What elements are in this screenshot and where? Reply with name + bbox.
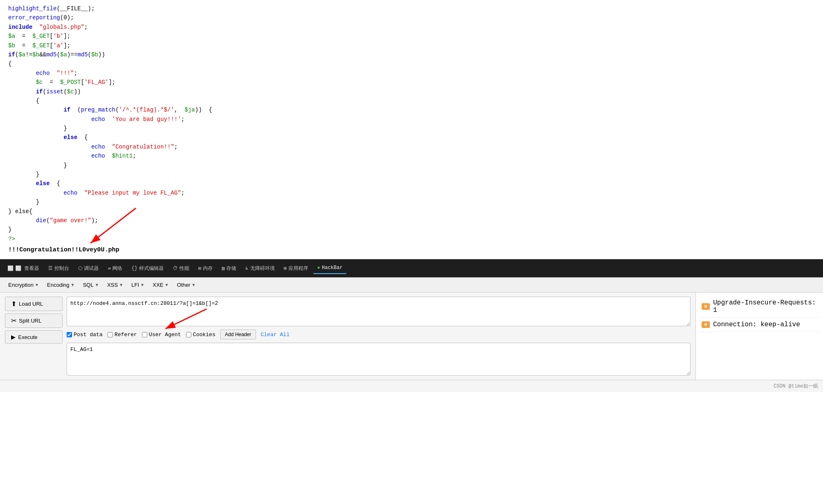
xxe-arrow-icon: ▼ bbox=[165, 283, 169, 287]
devtools-tab-hackbar[interactable]: ● HackBar bbox=[313, 262, 347, 274]
code-line: { bbox=[8, 59, 815, 68]
code-line: die("game over!"); bbox=[8, 216, 815, 225]
header-value: Upgrade-Insecure-Requests: 1 bbox=[713, 299, 817, 314]
load-url-button[interactable]: ⬆ Load URL bbox=[5, 297, 63, 311]
encoding-dropdown[interactable]: Encoding ▼ bbox=[44, 280, 78, 290]
devtools-tab-console[interactable]: ☰ 控制台 bbox=[44, 262, 73, 274]
devtools-tab-debugger[interactable]: ⬡ 调试器 bbox=[74, 262, 103, 274]
code-line: echo "!!!"; bbox=[8, 69, 815, 78]
perf-icon: ⏱ bbox=[173, 265, 178, 272]
sql-dropdown[interactable]: SQL ▼ bbox=[79, 280, 102, 290]
url-input[interactable]: http://node4.anna.nssctf.cn:28011/?a[]=1… bbox=[67, 297, 690, 326]
devtools-tab-inspector[interactable]: ⬜ ⬜ 查看器 bbox=[3, 262, 43, 274]
clear-all-link[interactable]: Clear All bbox=[261, 332, 290, 338]
code-line: if($a!=$b&&md5($a)==md5($b)) bbox=[8, 50, 815, 59]
post-data-label[interactable]: Post data bbox=[67, 332, 102, 338]
encryption-dropdown[interactable]: Encryption ▼ bbox=[5, 280, 42, 290]
sql-label: SQL bbox=[83, 282, 93, 288]
lfi-dropdown[interactable]: LFI ▼ bbox=[128, 280, 148, 290]
code-line: include "globals.php"; bbox=[8, 23, 815, 32]
code-line: } bbox=[8, 170, 815, 179]
other-label: Other bbox=[177, 282, 191, 288]
encryption-label: Encryption bbox=[8, 282, 33, 288]
cookies-checkbox[interactable] bbox=[186, 332, 191, 337]
hackbar-url-area: http://node4.anna.nssctf.cn:28011/?a[]=1… bbox=[67, 297, 690, 376]
output-text: !!!Congratulation!!L0vey0U.php bbox=[8, 245, 815, 255]
hackbar-content: ⬆ Load URL ✂ Split URL ▶ Execute http://… bbox=[0, 293, 823, 380]
bottom-bar: CSDN @time如一眠 bbox=[0, 380, 823, 392]
devtools-bar: ⬜ ⬜ 查看器 ☰ 控制台 ⬡ 调试器 ⇌ 网络 {} 样式编辑器 ⏱ 性能 ⊞… bbox=[0, 259, 823, 277]
code-line: } bbox=[8, 225, 815, 234]
code-line: else { bbox=[8, 179, 815, 188]
watermark: CSDN @time如一眠 bbox=[774, 383, 818, 390]
code-line: } bbox=[8, 124, 815, 133]
code-line: $c = $_POST['FL_AG']; bbox=[8, 78, 815, 87]
user-agent-label[interactable]: User Agent bbox=[142, 332, 181, 338]
lfi-arrow-icon: ▼ bbox=[140, 283, 144, 287]
lfi-label: LFI bbox=[131, 282, 139, 288]
hackbar-right-panel: H Upgrade-Insecure-Requests: 1 H Connect… bbox=[695, 293, 823, 380]
debugger-icon: ⬡ bbox=[78, 265, 82, 272]
referer-label[interactable]: Referer bbox=[107, 332, 137, 338]
h-badge: H bbox=[702, 303, 710, 310]
add-header-button[interactable]: Add Header bbox=[220, 330, 256, 339]
encoding-arrow-icon: ▼ bbox=[71, 283, 75, 287]
code-line: else { bbox=[8, 133, 815, 142]
sql-arrow-icon: ▼ bbox=[95, 283, 99, 287]
header-value: Connection: keep-alive bbox=[713, 321, 800, 328]
post-data-input[interactable]: FL_AG=1 bbox=[67, 343, 690, 376]
accessibility-icon: ♿ bbox=[245, 265, 248, 272]
inspector-icon: ⬜ bbox=[7, 265, 14, 272]
code-line: echo "Please input my love FL_AG"; bbox=[8, 188, 815, 197]
code-line: } else{ bbox=[8, 207, 815, 216]
xss-dropdown[interactable]: XSS ▼ bbox=[104, 280, 126, 290]
code-line: } bbox=[8, 197, 815, 207]
devtools-tab-application[interactable]: ⊞ 应用程序 bbox=[280, 262, 312, 274]
header-item: H Connection: keep-alive bbox=[699, 318, 820, 332]
code-line: } bbox=[8, 161, 815, 170]
code-line: highlight_file(__FILE__); bbox=[8, 4, 815, 13]
load-url-icon: ⬆ bbox=[11, 300, 16, 308]
devtools-tab-memory[interactable]: ⊞ 内存 bbox=[194, 262, 217, 274]
other-dropdown[interactable]: Other ▼ bbox=[174, 280, 199, 290]
devtools-tab-style-editor[interactable]: {} 样式编辑器 bbox=[127, 262, 167, 274]
xxe-label: XXE bbox=[153, 282, 163, 288]
devtools-tab-network[interactable]: ⇌ 网络 bbox=[104, 262, 126, 274]
xss-label: XSS bbox=[107, 282, 118, 288]
code-line: echo "Congratulation!!"; bbox=[8, 142, 815, 151]
devtools-tab-accessibility[interactable]: ♿ 无障碍环境 bbox=[241, 262, 279, 274]
post-options-row: Post data Referer User Agent Cookies bbox=[67, 330, 690, 339]
user-agent-checkbox[interactable] bbox=[142, 332, 147, 337]
code-line: echo 'You are bad guy!!!'; bbox=[8, 115, 815, 124]
hackbar-toolbar: Encryption ▼ Encoding ▼ SQL ▼ XSS ▼ LFI … bbox=[0, 278, 823, 293]
referer-checkbox[interactable] bbox=[107, 332, 113, 337]
header-item: H Upgrade-Insecure-Requests: 1 bbox=[699, 296, 820, 318]
hackbar-sidebar: ⬆ Load URL ✂ Split URL ▶ Execute bbox=[5, 297, 63, 376]
xxe-dropdown[interactable]: XXE ▼ bbox=[149, 280, 172, 290]
devtools-tab-storage[interactable]: ▤ 存储 bbox=[218, 262, 240, 274]
devtools-tab-performance[interactable]: ⏱ 性能 bbox=[169, 262, 193, 274]
storage-icon: ▤ bbox=[222, 265, 225, 272]
code-line: $a = $_GET['b']; bbox=[8, 32, 815, 41]
cookies-label[interactable]: Cookies bbox=[186, 332, 216, 338]
code-line: if (preg_match('/^.*(flag).*$/', $ja)) { bbox=[8, 105, 815, 114]
hackbar-section: Encryption ▼ Encoding ▼ SQL ▼ XSS ▼ LFI … bbox=[0, 277, 823, 392]
code-line: error_reporting(0); bbox=[8, 13, 815, 22]
code-line: $b = $_GET['a']; bbox=[8, 41, 815, 50]
other-arrow-icon: ▼ bbox=[191, 283, 195, 287]
encoding-label: Encoding bbox=[47, 282, 69, 288]
console-icon: ☰ bbox=[48, 265, 53, 272]
style-icon: {} bbox=[131, 265, 137, 271]
code-line: if(isset($c)) bbox=[8, 87, 815, 96]
hackbar-body: ⬆ Load URL ✂ Split URL ▶ Execute http://… bbox=[0, 293, 695, 380]
app-icon: ⊞ bbox=[284, 265, 287, 272]
memory-icon: ⊞ bbox=[198, 265, 201, 272]
xss-arrow-icon: ▼ bbox=[119, 283, 123, 287]
hackbar-dot-icon: ● bbox=[317, 265, 320, 271]
h-badge: H bbox=[702, 321, 710, 328]
post-data-checkbox[interactable] bbox=[67, 332, 72, 337]
split-url-button[interactable]: ✂ Split URL bbox=[5, 314, 63, 328]
code-line: { bbox=[8, 96, 815, 105]
code-line: echo $hint1; bbox=[8, 151, 815, 160]
execute-button[interactable]: ▶ Execute bbox=[5, 330, 63, 344]
